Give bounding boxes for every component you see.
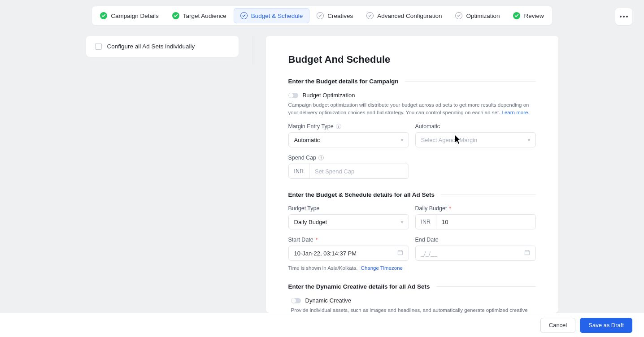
daily-budget-input-group: INR bbox=[415, 214, 536, 229]
budget-type-select[interactable]: Daily Budget ▾ bbox=[288, 214, 409, 229]
info-icon[interactable]: i bbox=[336, 124, 341, 129]
select-value: Daily Budget bbox=[294, 219, 327, 225]
spend-cap-input[interactable] bbox=[309, 164, 408, 178]
chevron-down-icon: ▾ bbox=[528, 138, 530, 143]
page-title: Budget And Schedule bbox=[288, 54, 536, 65]
budget-optimization-help: Campaign budget optimization will distri… bbox=[288, 101, 536, 116]
end-date-input[interactable]: _/_/__ bbox=[415, 246, 536, 261]
svg-rect-3 bbox=[398, 251, 402, 255]
tab-target-audience[interactable]: Target Audience bbox=[166, 8, 233, 23]
dots-icon bbox=[620, 16, 628, 17]
daily-budget-input[interactable] bbox=[436, 215, 535, 229]
section-campaign-budget: Enter the Budget details for Campaign bbox=[288, 78, 536, 85]
section-dynamic-creative: Enter the Dynamic Creative details for a… bbox=[288, 283, 536, 290]
tab-label: Review bbox=[524, 13, 544, 19]
configure-individually-option[interactable]: Configure all Ad Sets individually bbox=[86, 36, 239, 57]
tab-budget-schedule[interactable]: Budget & Schedule bbox=[234, 8, 310, 23]
save-draft-button[interactable]: Save as Draft bbox=[580, 318, 632, 333]
svg-rect-4 bbox=[525, 251, 529, 255]
section-adsets-budget: Enter the Budget & Schedule details for … bbox=[288, 191, 536, 198]
date-placeholder: _/_/__ bbox=[421, 250, 437, 257]
section-title: Enter the Budget & Schedule details for … bbox=[288, 191, 435, 198]
daily-budget-label: Daily Budget* bbox=[415, 205, 536, 212]
select-value: Automatic bbox=[294, 137, 320, 143]
start-date-input[interactable]: 10-Jan-22, 03:14:37 PM bbox=[288, 246, 409, 261]
select-placeholder: Select Agency Margin bbox=[421, 137, 478, 143]
tab-label: Advanced Configuration bbox=[377, 13, 442, 19]
automatic-label: Automatic bbox=[415, 123, 536, 130]
check-icon bbox=[513, 12, 520, 19]
chevron-down-icon: ▾ bbox=[401, 220, 403, 225]
main-panel: Budget And Schedule Enter the Budget det… bbox=[266, 36, 558, 313]
wizard-tabs: Campaign Details Target Audience Budget … bbox=[92, 6, 552, 25]
check-icon bbox=[100, 12, 107, 19]
agency-margin-select[interactable]: Select Agency Margin ▾ bbox=[415, 132, 536, 147]
dynamic-creative-toggle[interactable] bbox=[291, 298, 301, 303]
circle-check-icon bbox=[366, 12, 374, 19]
tab-review[interactable]: Review bbox=[507, 8, 550, 23]
circle-check-icon bbox=[317, 12, 324, 19]
tab-label: Optimization bbox=[466, 13, 500, 19]
svg-point-2 bbox=[626, 16, 628, 17]
footer-bar: Cancel Save as Draft bbox=[0, 313, 644, 337]
divider bbox=[252, 36, 252, 65]
budget-optimization-label: Budget Optimization bbox=[303, 92, 355, 99]
section-title: Enter the Budget details for Campaign bbox=[288, 78, 399, 85]
dynamic-creative-label: Dynamic Creative bbox=[305, 297, 352, 304]
more-button[interactable] bbox=[615, 8, 632, 25]
tab-optimization[interactable]: Optimization bbox=[449, 8, 506, 23]
svg-point-1 bbox=[623, 16, 625, 17]
dynamic-creative-help: Provide individual assets, such as image… bbox=[291, 307, 536, 313]
date-value: 10-Jan-22, 03:14:37 PM bbox=[294, 250, 357, 257]
section-title: Enter the Dynamic Creative details for a… bbox=[288, 283, 430, 290]
configure-individually-label: Configure all Ad Sets individually bbox=[107, 43, 195, 50]
info-icon[interactable]: i bbox=[318, 155, 324, 160]
tab-advanced-configuration[interactable]: Advanced Configuration bbox=[360, 8, 448, 23]
tab-label: Campaign Details bbox=[111, 13, 159, 19]
tab-label: Budget & Schedule bbox=[251, 13, 303, 19]
spend-cap-input-group: INR bbox=[288, 164, 409, 179]
cancel-button[interactable]: Cancel bbox=[540, 318, 575, 333]
learn-more-link[interactable]: Learn more. bbox=[502, 110, 530, 115]
currency-addon: INR bbox=[416, 215, 437, 229]
spend-cap-label: Spend Cap i bbox=[288, 155, 409, 161]
circle-check-icon bbox=[455, 12, 462, 19]
currency-addon: INR bbox=[289, 164, 310, 178]
tab-label: Target Audience bbox=[183, 13, 226, 19]
tab-campaign-details[interactable]: Campaign Details bbox=[94, 8, 165, 23]
check-icon bbox=[172, 12, 179, 19]
start-date-label: Start Date* bbox=[288, 237, 409, 243]
change-timezone-link[interactable]: Change Timezone bbox=[361, 265, 403, 271]
margin-entry-type-label: Margin Entry Type i bbox=[288, 123, 409, 130]
budget-type-label: Budget Type bbox=[288, 205, 409, 212]
budget-optimization-toggle[interactable] bbox=[288, 93, 298, 98]
margin-entry-type-select[interactable]: Automatic ▾ bbox=[288, 132, 409, 147]
tab-creatives[interactable]: Creatives bbox=[310, 8, 359, 23]
end-date-label: End Date bbox=[415, 237, 536, 243]
checkbox-unchecked-icon[interactable] bbox=[95, 43, 102, 50]
calendar-icon bbox=[524, 250, 530, 257]
svg-point-0 bbox=[620, 16, 622, 17]
calendar-icon bbox=[397, 250, 403, 257]
chevron-down-icon: ▾ bbox=[401, 138, 403, 143]
timezone-info: Time is shown in Asia/Kolkata. Change Ti… bbox=[288, 265, 536, 271]
circle-check-icon bbox=[240, 12, 248, 19]
tab-label: Creatives bbox=[327, 13, 353, 19]
